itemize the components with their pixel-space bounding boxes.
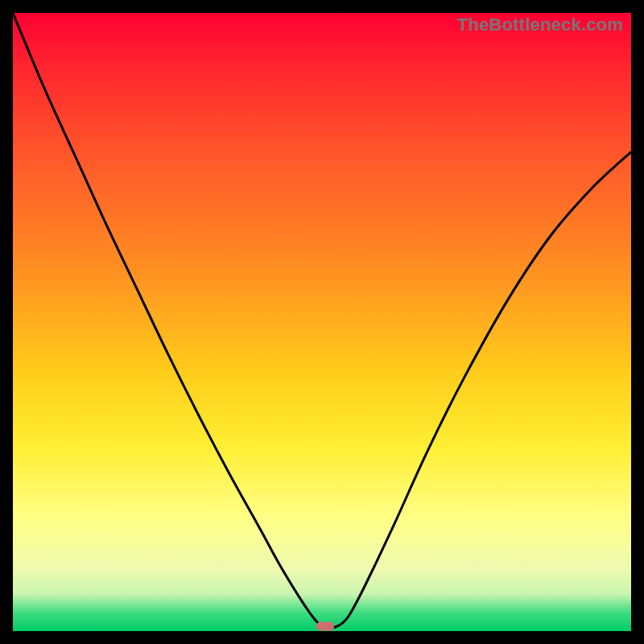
chart-frame: TheBottleneck.com <box>0 0 644 644</box>
optimum-marker <box>316 621 334 630</box>
bottleneck-curve <box>13 13 631 631</box>
plot-area: TheBottleneck.com <box>13 13 631 631</box>
curve-path <box>13 13 631 628</box>
watermark-label: TheBottleneck.com <box>457 14 623 35</box>
